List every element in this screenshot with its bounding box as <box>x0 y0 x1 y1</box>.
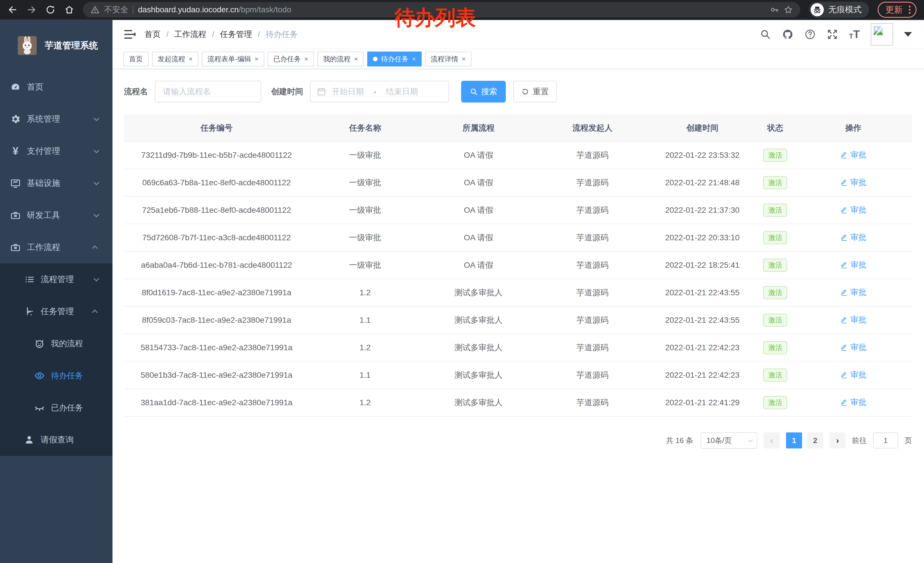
cell-创建时间: 2022-01-22 23:53:32 <box>649 151 756 160</box>
date-range-separator: - <box>369 87 380 96</box>
cell-创建时间: 2022-01-22 18:25:41 <box>649 261 756 270</box>
approve-link[interactable]: 审批 <box>840 177 867 188</box>
next-page-button[interactable]: › <box>830 432 846 449</box>
todo-task-table: 任务编号任务名称所属流程流程发起人创建时间状态操作 73211d9d-7b9b-… <box>124 114 912 417</box>
sidebar-item-3[interactable]: 基础设施 <box>0 167 112 199</box>
tabs-bar: 首页发起流程×流程表单-编辑×已办任务×我的流程×待办任务×流程详情× <box>112 49 924 69</box>
tab-6[interactable]: 流程详情× <box>425 51 471 66</box>
bookmark-star-icon[interactable] <box>784 5 793 14</box>
sidebar-item-4[interactable]: 研发工具 <box>0 199 112 231</box>
page-button-1[interactable]: 1 <box>786 432 802 449</box>
sidebar-item-11[interactable]: 请假查询 <box>0 424 112 456</box>
security-label[interactable]: 不安全 <box>104 4 128 15</box>
tab-close-icon[interactable]: × <box>354 56 358 62</box>
key-icon[interactable] <box>770 5 779 14</box>
approve-link[interactable]: 审批 <box>840 150 867 161</box>
sidebar-logo-row[interactable]: 芋道管理系统 <box>0 20 112 71</box>
goto-label: 前往 <box>852 435 867 446</box>
cell-流程发起人: 芋道源码 <box>536 260 649 270</box>
tab-0[interactable]: 首页 <box>123 51 148 66</box>
sidebar-item-1[interactable]: 系统管理 <box>0 103 112 135</box>
url-bar[interactable]: 不安全 dashboard.yudao.iocoder.cn/bpm/task/… <box>83 2 800 18</box>
update-label[interactable]: 更新 <box>885 4 903 16</box>
cell-任务名称: 1.1 <box>309 315 421 325</box>
goto-page-input[interactable]: 1 <box>873 432 898 449</box>
avatar[interactable] <box>871 23 893 45</box>
list-icon <box>23 273 36 286</box>
date-range-picker[interactable]: 开始日期 - 结束日期 <box>310 81 449 102</box>
sidebar-item-2[interactable]: ¥支付管理 <box>0 135 112 167</box>
sidebar-item-8[interactable]: 我的流程 <box>0 327 112 360</box>
sidebar-item-label: 研发工具 <box>27 210 60 221</box>
breadcrumb-item-1[interactable]: 工作流程 <box>174 29 206 40</box>
approve-link[interactable]: 审批 <box>840 204 867 215</box>
tab-close-icon[interactable]: × <box>255 56 258 62</box>
tab-close-icon[interactable]: × <box>412 56 416 62</box>
reset-button-icon <box>521 88 529 96</box>
not-secure-warning-icon <box>90 5 100 14</box>
tab-3[interactable]: 已办任务× <box>268 51 314 66</box>
cell-任务名称: 一级审批 <box>309 150 421 161</box>
table-row: 725a1eb6-7b88-11ec-8ef0-acde48001122一级审批… <box>124 197 912 224</box>
tab-close-icon[interactable]: × <box>462 56 466 62</box>
start-date-placeholder[interactable]: 开始日期 <box>332 86 364 97</box>
page-size-select[interactable]: 10条/页 <box>701 432 758 449</box>
status-badge: 激活 <box>763 204 787 217</box>
cell-任务编号: 580e1b3d-7ac8-11ec-a9e2-a2380e71991a <box>124 371 309 380</box>
sidebar-item-5[interactable]: 工作流程 <box>0 231 112 263</box>
breadcrumb-item-2[interactable]: 任务管理 <box>220 29 252 40</box>
help-icon[interactable] <box>804 29 816 40</box>
reset-button[interactable]: 重置 <box>513 81 557 102</box>
tab-5[interactable]: 待办任务× <box>367 51 422 66</box>
approve-link[interactable]: 审批 <box>840 369 867 380</box>
tab-1[interactable]: 发起流程× <box>152 51 198 66</box>
breadcrumb-item-0[interactable]: 首页 <box>144 29 160 40</box>
approve-link[interactable]: 审批 <box>840 314 867 325</box>
fullscreen-icon[interactable] <box>826 29 838 40</box>
cell-所属流程: OA 请假 <box>421 150 536 161</box>
sidebar-item-6[interactable]: 流程管理 <box>0 263 112 296</box>
sidebar-item-label: 流程管理 <box>40 274 74 285</box>
tab-close-icon[interactable]: × <box>189 56 193 62</box>
sidebar-item-9[interactable]: 待办任务 <box>0 360 112 392</box>
cell-任务编号: 8f0d1619-7ac8-11ec-a9e2-a2380e71991a <box>124 288 309 297</box>
prev-page-button[interactable]: ‹ <box>764 432 780 449</box>
table-header: 任务编号任务名称所属流程流程发起人创建时间状态操作 <box>124 114 912 142</box>
tab-close-icon[interactable]: × <box>304 56 308 62</box>
sidebar-collapse-icon[interactable] <box>124 29 136 39</box>
breadcrumb-separator: / <box>258 30 260 39</box>
approve-link[interactable]: 审批 <box>840 397 867 408</box>
sidebar-item-7[interactable]: 任务管理 <box>0 296 112 327</box>
edit-pencil-icon <box>840 398 848 406</box>
approve-link[interactable]: 审批 <box>840 232 867 243</box>
github-icon[interactable] <box>782 29 794 40</box>
browser-forward-icon[interactable] <box>26 5 37 15</box>
status-badge: 激活 <box>763 149 787 162</box>
page-button-2[interactable]: 2 <box>807 432 823 449</box>
end-date-placeholder[interactable]: 结束日期 <box>386 86 418 97</box>
browser-home-icon[interactable] <box>64 5 74 15</box>
sidebar-item-10[interactable]: 已办任务 <box>0 392 112 424</box>
approve-link[interactable]: 审批 <box>840 342 867 353</box>
browser-update-button[interactable]: 更新 <box>878 2 916 18</box>
process-name-input[interactable]: 请输入流程名 <box>155 81 261 102</box>
browser-menu-icon[interactable] <box>909 6 910 14</box>
url-text[interactable]: dashboard.yudao.iocoder.cn/bpm/task/todo <box>138 5 291 14</box>
search-button[interactable]: 搜索 <box>461 81 506 102</box>
cell-任务编号: 069c6a63-7b8a-11ec-8ef0-acde48001122 <box>124 178 309 187</box>
font-size-icon[interactable]: TT <box>849 29 860 40</box>
avatar-caret-icon[interactable] <box>904 32 912 37</box>
pagination: 共 16 条 10条/页 ‹ 12 › 前往 1 页 <box>124 432 912 449</box>
tab-2[interactable]: 流程表单-编辑× <box>202 51 264 66</box>
sidebar-item-label: 基础设施 <box>27 177 60 189</box>
browser-back-icon[interactable] <box>8 5 18 15</box>
status-badge: 激活 <box>763 341 787 354</box>
sidebar-item-0[interactable]: 首页 <box>0 71 112 103</box>
browser-reload-icon[interactable] <box>45 5 56 15</box>
search-icon[interactable] <box>760 29 771 40</box>
approve-link[interactable]: 审批 <box>840 260 867 270</box>
table-row: 381aa1dd-7ac8-11ec-a9e2-a2380e71991a1.2测… <box>124 389 912 417</box>
approve-link[interactable]: 审批 <box>840 287 867 298</box>
cell-创建时间: 2022-01-21 22:43:55 <box>649 288 756 297</box>
tab-4[interactable]: 我的流程× <box>318 51 364 66</box>
